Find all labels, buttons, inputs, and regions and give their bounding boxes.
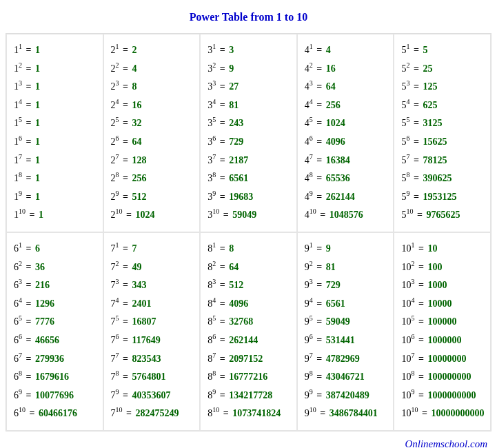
power-entry: 43 = 64: [305, 78, 388, 96]
power-entry: 82 = 64: [207, 258, 291, 277]
page-title: Power Table from 1 to 10: [6, 11, 491, 23]
power-entry: 32 = 9: [207, 60, 291, 79]
power-entry: 58 = 390625: [401, 170, 485, 188]
power-entry: 91 = 9: [305, 240, 388, 258]
power-entry: 110 = 1: [14, 206, 97, 225]
power-entry: 55 = 3125: [401, 114, 485, 133]
power-entry: 12 = 1: [14, 60, 97, 79]
power-entry: 53 = 125: [401, 78, 485, 96]
power-entry: 46 = 4096: [305, 133, 388, 152]
power-entry: 85 = 32768: [207, 313, 291, 332]
power-entry: 510 = 9765625: [401, 206, 485, 225]
power-entry: 107 = 10000000: [401, 350, 485, 369]
power-entry: 710 = 282475249: [111, 405, 194, 423]
power-entry: 45 = 1024: [305, 114, 388, 133]
power-entry: 103 = 1000: [401, 276, 485, 295]
power-entry: 106 = 1000000: [401, 332, 485, 350]
power-entry: 73 = 343: [111, 276, 194, 295]
power-entry: 59 = 1953125: [401, 188, 485, 207]
power-entry: 108 = 100000000: [401, 368, 485, 387]
power-entry: 95 = 59049: [305, 313, 388, 332]
power-entry: 101 = 10: [401, 240, 485, 258]
power-cell-base-1: 11 = 112 = 113 = 114 = 115 = 116 = 117 =…: [6, 34, 103, 232]
power-entry: 49 = 262144: [305, 188, 388, 207]
power-entry: 44 = 256: [305, 96, 388, 115]
power-entry: 56 = 15625: [401, 133, 485, 152]
power-entry: 37 = 2187: [207, 152, 291, 170]
power-entry: 19 = 1: [14, 188, 97, 207]
power-entry: 25 = 32: [111, 114, 194, 133]
power-entry: 86 = 262144: [207, 332, 291, 350]
power-entry: 65 = 7776: [14, 313, 97, 332]
power-entry: 98 = 43046721: [305, 368, 388, 387]
power-entry: 83 = 512: [207, 276, 291, 295]
power-cell-base-10: 101 = 10102 = 100103 = 1000104 = 1000010…: [394, 232, 491, 431]
power-entry: 71 = 7: [111, 240, 194, 258]
power-entry: 210 = 1024: [111, 206, 194, 225]
power-entry: 42 = 16: [305, 60, 388, 79]
power-entry: 28 = 256: [111, 170, 194, 188]
power-entry: 69 = 10077696: [14, 387, 97, 405]
power-entry: 910 = 3486784401: [305, 405, 388, 423]
power-entry: 48 = 65536: [305, 170, 388, 188]
power-entry: 105 = 100000: [401, 313, 485, 332]
power-entry: 97 = 4782969: [305, 350, 388, 369]
power-entry: 610 = 60466176: [14, 405, 97, 423]
power-entry: 24 = 16: [111, 96, 194, 115]
power-entry: 22 = 4: [111, 60, 194, 79]
power-entry: 41 = 4: [305, 41, 388, 60]
power-entry: 1010 = 10000000000: [401, 405, 485, 423]
power-entry: 104 = 10000: [401, 295, 485, 314]
power-entry: 51 = 5: [401, 41, 485, 60]
power-entry: 35 = 243: [207, 114, 291, 133]
power-cell-base-7: 71 = 772 = 4973 = 34374 = 240175 = 16807…: [103, 232, 201, 431]
power-entry: 310 = 59049: [207, 206, 291, 225]
power-entry: 62 = 36: [14, 258, 97, 277]
source-footer: Onlinemschool.com: [6, 438, 487, 448]
power-entry: 84 = 4096: [207, 295, 291, 314]
power-entry: 88 = 16777216: [207, 368, 291, 387]
power-entry: 92 = 81: [305, 258, 388, 277]
power-entry: 66 = 46656: [14, 332, 97, 350]
power-entry: 64 = 1296: [14, 295, 97, 314]
power-entry: 93 = 729: [305, 276, 388, 295]
power-entry: 47 = 16384: [305, 152, 388, 170]
power-entry: 99 = 387420489: [305, 387, 388, 405]
power-entry: 77 = 823543: [111, 350, 194, 369]
power-cell-base-5: 51 = 552 = 2553 = 12554 = 62555 = 312556…: [394, 34, 491, 232]
power-entry: 410 = 1048576: [305, 206, 388, 225]
power-cell-base-9: 91 = 992 = 8193 = 72994 = 656195 = 59049…: [297, 232, 394, 431]
power-entry: 81 = 8: [207, 240, 291, 258]
power-entry: 76 = 117649: [111, 332, 194, 350]
power-entry: 74 = 2401: [111, 295, 194, 314]
power-entry: 89 = 134217728: [207, 387, 291, 405]
power-entry: 14 = 1: [14, 96, 97, 115]
power-entry: 34 = 81: [207, 96, 291, 115]
power-entry: 79 = 40353607: [111, 387, 194, 405]
power-cell-base-8: 81 = 882 = 6483 = 51284 = 409685 = 32768…: [200, 232, 297, 431]
power-entry: 27 = 128: [111, 152, 194, 170]
power-entry: 75 = 16807: [111, 313, 194, 332]
power-entry: 36 = 729: [207, 133, 291, 152]
power-entry: 96 = 531441: [305, 332, 388, 350]
power-entry: 52 = 25: [401, 60, 485, 79]
power-entry: 29 = 512: [111, 188, 194, 207]
power-cell-base-3: 31 = 332 = 933 = 2734 = 8135 = 24336 = 7…: [200, 34, 297, 232]
power-entry: 31 = 3: [207, 41, 291, 60]
power-entry: 63 = 216: [14, 276, 97, 295]
power-entry: 109 = 1000000000: [401, 387, 485, 405]
power-cell-base-6: 61 = 662 = 3663 = 21664 = 129665 = 77766…: [6, 232, 103, 431]
power-entry: 11 = 1: [14, 41, 97, 60]
power-entry: 57 = 78125: [401, 152, 485, 170]
power-entry: 13 = 1: [14, 78, 97, 96]
power-entry: 17 = 1: [14, 152, 97, 170]
power-table: 11 = 112 = 113 = 114 = 115 = 116 = 117 =…: [6, 33, 491, 431]
power-entry: 810 = 1073741824: [207, 405, 291, 423]
power-entry: 39 = 19683: [207, 188, 291, 207]
power-entry: 26 = 64: [111, 133, 194, 152]
power-entry: 15 = 1: [14, 114, 97, 133]
power-entry: 21 = 2: [111, 41, 194, 60]
power-entry: 23 = 8: [111, 78, 194, 96]
power-entry: 18 = 1: [14, 170, 97, 188]
power-entry: 16 = 1: [14, 133, 97, 152]
